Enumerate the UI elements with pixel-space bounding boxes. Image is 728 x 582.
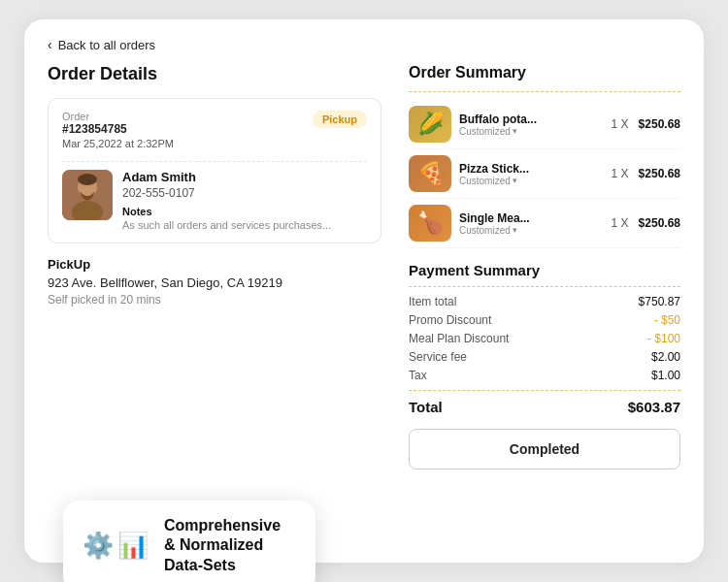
order-item: 🍕 Pizza Stick... Customized ▾ 1 X $250.6…	[409, 149, 680, 199]
payment-label: Promo Discount	[409, 313, 491, 327]
payment-value: - $100	[647, 332, 680, 345]
payment-row: Service fee $2.00	[409, 350, 680, 364]
payment-row: Promo Discount - $50	[409, 313, 680, 327]
item-image: 🍗	[409, 205, 451, 242]
item-customized: Customized ▾	[459, 176, 604, 186]
item-details: Pizza Stick... Customized ▾	[459, 162, 604, 186]
order-details-title: Order Details	[48, 64, 381, 84]
floating-card: ⚙️ 📊 Comprehensive& NormalizedData-Sets	[63, 501, 315, 582]
order-number: #123854785	[62, 122, 174, 136]
item-price: $250.68	[639, 167, 680, 180]
pickup-title: PickUp	[48, 257, 381, 272]
floating-text: Comprehensive& NormalizedData-Sets	[164, 516, 281, 576]
back-to-orders-link[interactable]: ‹ Back to all orders	[24, 19, 179, 52]
payment-label: Service fee	[409, 350, 467, 364]
order-number-block: Order #123854785 Mar 25,2022 at 2:32PM	[62, 111, 174, 149]
item-details: Single Mea... Customized ▾	[459, 211, 604, 236]
floating-icon: ⚙️ 📊	[83, 531, 149, 561]
avatar	[62, 170, 113, 220]
chevron-down-icon: ▾	[513, 225, 517, 235]
order-item: 🍗 Single Mea... Customized ▾ 1 X $250.68	[409, 199, 680, 248]
notes-text: As such all orders and services purchase…	[122, 219, 331, 231]
pickup-badge: Pickup	[313, 111, 367, 128]
user-phone: 202-555-0107	[122, 186, 331, 200]
payment-label: Item total	[409, 295, 456, 308]
payment-label: Meal Plan Discount	[409, 332, 509, 345]
payment-summary-title: Payment Summary	[409, 262, 680, 278]
back-link-label: Back to all orders	[58, 38, 155, 52]
svg-point-3	[78, 174, 97, 185]
gear-icon: ⚙️	[83, 531, 114, 561]
item-image: 🍕	[409, 155, 451, 192]
total-label: Total	[409, 399, 443, 415]
item-image: 🌽	[409, 106, 451, 143]
chevron-down-icon: ▾	[513, 126, 517, 136]
order-meta-row: Order #123854785 Mar 25,2022 at 2:32PM P…	[62, 111, 367, 149]
payment-row: Item total $750.87	[409, 295, 680, 308]
item-name: Buffalo pota...	[459, 113, 604, 126]
payment-value: $2.00	[651, 350, 680, 364]
user-row: Adam Smith 202-555-0107 Notes As such al…	[62, 161, 367, 231]
item-qty: 1 X	[612, 216, 629, 230]
payment-row: Meal Plan Discount - $100	[409, 332, 680, 345]
order-info-box: Order #123854785 Mar 25,2022 at 2:32PM P…	[48, 98, 381, 243]
user-name: Adam Smith	[122, 170, 331, 184]
item-qty: 1 X	[612, 117, 629, 131]
completed-button[interactable]: Completed	[409, 429, 680, 469]
order-label: Order	[62, 111, 174, 122]
pickup-address: 923 Ave. Bellflower, San Diego, CA 19219	[48, 275, 381, 290]
item-qty-price: 1 X $250.68	[612, 117, 680, 131]
item-customized: Customized ▾	[459, 126, 604, 137]
main-card: ‹ Back to all orders Order Details Order…	[24, 19, 704, 563]
item-price: $250.68	[639, 216, 680, 230]
item-customized: Customized ▾	[459, 225, 604, 236]
item-qty: 1 X	[612, 167, 629, 180]
back-chevron-icon: ‹	[48, 37, 52, 52]
pickup-section: PickUp 923 Ave. Bellflower, San Diego, C…	[48, 257, 381, 307]
pickup-time: Self picked in 20 mins	[48, 293, 381, 307]
order-items: 🌽 Buffalo pota... Customized ▾ 1 X $250.…	[409, 91, 680, 248]
total-value: $603.87	[628, 399, 680, 415]
avatar-image	[62, 170, 113, 220]
chart-icon: 📊	[117, 531, 149, 561]
right-panel: Order Summary 🌽 Buffalo pota... Customiz…	[409, 52, 680, 543]
item-name: Pizza Stick...	[459, 162, 604, 176]
payment-label: Tax	[409, 369, 427, 382]
total-row: Total $603.87	[409, 390, 680, 415]
content-area: Order Details Order #123854785 Mar 25,20…	[24, 52, 704, 563]
order-date: Mar 25,2022 at 2:32PM	[62, 138, 174, 149]
payment-value: - $50	[654, 313, 680, 327]
item-name: Single Mea...	[459, 211, 604, 225]
user-info: Adam Smith 202-555-0107 Notes As such al…	[122, 170, 331, 231]
item-qty-price: 1 X $250.68	[612, 167, 680, 180]
order-summary-title: Order Summary	[409, 64, 680, 81]
payment-rows: Item total $750.87 Promo Discount - $50 …	[409, 286, 680, 382]
payment-row: Tax $1.00	[409, 369, 680, 382]
item-details: Buffalo pota... Customized ▾	[459, 113, 604, 137]
payment-value: $1.00	[651, 369, 680, 382]
item-qty-price: 1 X $250.68	[612, 216, 680, 230]
notes-label: Notes	[122, 206, 331, 217]
left-panel: Order Details Order #123854785 Mar 25,20…	[48, 52, 381, 543]
order-item: 🌽 Buffalo pota... Customized ▾ 1 X $250.…	[409, 100, 680, 149]
payment-value: $750.87	[639, 295, 680, 308]
item-price: $250.68	[639, 117, 680, 131]
chevron-down-icon: ▾	[513, 176, 517, 185]
